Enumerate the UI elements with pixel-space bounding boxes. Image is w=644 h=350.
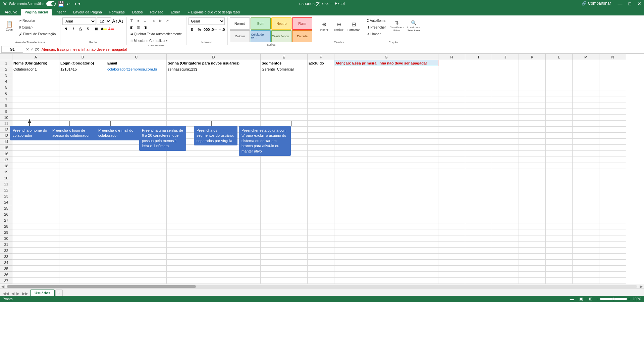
cell-j22[interactable]	[492, 187, 519, 193]
cell-b37[interactable]	[59, 278, 106, 284]
cell-a30[interactable]	[12, 235, 59, 242]
cell-n36[interactable]	[599, 272, 626, 278]
cell-a21[interactable]	[12, 181, 59, 187]
cell-f5[interactable]	[308, 84, 334, 90]
cell-a10[interactable]	[12, 115, 59, 121]
cell-i4[interactable]	[465, 78, 492, 84]
cell-m3[interactable]	[573, 72, 599, 78]
cell-m10[interactable]	[573, 115, 599, 121]
cell-c8[interactable]	[106, 102, 167, 108]
cell-e17[interactable]	[261, 157, 308, 163]
cell-g10[interactable]	[334, 115, 438, 121]
cell-g24[interactable]	[334, 199, 438, 205]
cell-k19[interactable]	[519, 169, 546, 175]
excluir-button[interactable]: ⊖ Excluir	[332, 17, 345, 35]
decrease-font-icon[interactable]: A↓	[118, 18, 124, 24]
cell-i25[interactable]	[465, 205, 492, 211]
cell-l12[interactable]	[546, 127, 573, 133]
cell-g5[interactable]	[334, 84, 438, 90]
cell-e10[interactable]	[261, 115, 308, 121]
cell-n32[interactable]	[599, 248, 626, 254]
cell-g1[interactable]: Atenção: Essa primeira linha não deve se…	[334, 60, 438, 66]
indent-left-button[interactable]: ◁	[151, 17, 157, 24]
cell-h16[interactable]	[438, 151, 465, 157]
cell-b3[interactable]	[59, 72, 106, 78]
cell-m33[interactable]	[573, 254, 599, 260]
col-header-j[interactable]: J	[492, 54, 519, 60]
font-size-select[interactable]: 12	[97, 17, 111, 25]
cell-l25[interactable]	[546, 205, 573, 211]
cell-a12[interactable]	[12, 127, 59, 133]
cell-g22[interactable]	[334, 187, 438, 193]
cancel-formula-icon[interactable]: ✕	[26, 47, 29, 52]
zoom-out-icon[interactable]: −	[597, 297, 599, 301]
cell-j8[interactable]	[492, 102, 519, 108]
col-header-f[interactable]: F	[308, 54, 334, 60]
cell-a27[interactable]	[12, 217, 59, 223]
cell-a28[interactable]	[12, 223, 59, 229]
cell-d18[interactable]	[167, 163, 261, 169]
sheet-nav-right-icon[interactable]: ▶▶	[21, 291, 30, 296]
cell-k6[interactable]	[519, 90, 546, 96]
cell-d9[interactable]	[167, 108, 261, 115]
cell-b6[interactable]	[59, 90, 106, 96]
cell-m34[interactable]	[573, 260, 599, 266]
cell-b4[interactable]	[59, 78, 106, 84]
sheet-next-icon[interactable]: ▶	[16, 291, 20, 296]
cell-j11[interactable]	[492, 121, 519, 127]
cell-l6[interactable]	[546, 90, 573, 96]
cell-e27[interactable]	[261, 217, 308, 223]
cell-c7[interactable]	[106, 96, 167, 102]
cell-j2[interactable]	[492, 66, 519, 72]
cell-a25[interactable]	[12, 205, 59, 211]
cell-d10[interactable]	[167, 115, 261, 121]
cell-d24[interactable]	[167, 199, 261, 205]
fill-color-button[interactable]: A	[100, 26, 107, 32]
cell-c24[interactable]	[106, 199, 167, 205]
cell-l26[interactable]	[546, 211, 573, 217]
minimize-button[interactable]: —	[618, 1, 623, 6]
cell-m17[interactable]	[573, 157, 599, 163]
cell-reference-input[interactable]	[1, 46, 23, 53]
style-normal-box[interactable]: Normal	[230, 17, 250, 30]
cell-j10[interactable]	[492, 115, 519, 121]
number-format-select[interactable]: Geral	[189, 17, 225, 25]
cell-b1[interactable]: Login (Obrigatório)	[59, 60, 106, 66]
col-header-d[interactable]: D	[167, 54, 261, 60]
cell-c25[interactable]	[106, 205, 167, 211]
cell-i26[interactable]	[465, 211, 492, 217]
cell-c31[interactable]	[106, 242, 167, 248]
cell-d17[interactable]	[167, 157, 261, 163]
cell-f29[interactable]	[308, 229, 334, 235]
cell-l21[interactable]	[546, 181, 573, 187]
cell-f16[interactable]	[308, 151, 334, 157]
cell-g20[interactable]	[334, 175, 438, 181]
recortar-button[interactable]: ✂ Recortar	[17, 17, 57, 24]
cell-a36[interactable]	[12, 272, 59, 278]
cell-f19[interactable]	[308, 169, 334, 175]
cell-d3[interactable]	[167, 72, 261, 78]
cell-c28[interactable]	[106, 223, 167, 229]
cell-d2[interactable]: senhasegura123$	[167, 66, 261, 72]
cell-m27[interactable]	[573, 217, 599, 223]
cell-a16[interactable]	[12, 151, 59, 157]
cell-b5[interactable]	[59, 84, 106, 90]
cell-l10[interactable]	[546, 115, 573, 121]
cell-i6[interactable]	[465, 90, 492, 96]
cell-e3[interactable]	[261, 72, 308, 78]
style-celula-vi-box[interactable]: Célula Vincu...	[271, 30, 291, 42]
cell-h37[interactable]	[438, 278, 465, 284]
cell-d37[interactable]	[167, 278, 261, 284]
cell-e19[interactable]	[261, 169, 308, 175]
cell-k33[interactable]	[519, 254, 546, 260]
cell-h17[interactable]	[438, 157, 465, 163]
cell-c5[interactable]	[106, 84, 167, 90]
cell-n24[interactable]	[599, 199, 626, 205]
cell-b8[interactable]	[59, 102, 106, 108]
col-header-l[interactable]: L	[546, 54, 573, 60]
cell-e5[interactable]	[261, 84, 308, 90]
cell-d1[interactable]: Senha (Obrigatório para novos usuários)	[167, 60, 261, 66]
add-sheet-button[interactable]: +	[55, 290, 63, 296]
cell-e37[interactable]	[261, 278, 308, 284]
cell-b10[interactable]	[59, 115, 106, 121]
